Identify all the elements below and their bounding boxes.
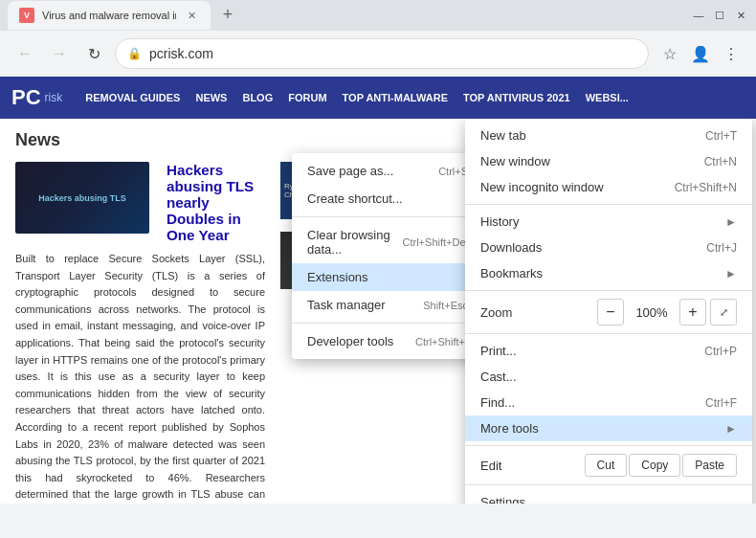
tls-thumb-image: Hackers abusing TLS xyxy=(15,162,149,234)
menu-cast[interactable]: Cast... xyxy=(465,364,752,390)
menu-more-tools[interactable]: More tools ► xyxy=(465,415,752,441)
nav-website[interactable]: WEBSI... xyxy=(586,92,629,103)
edit-row: Edit Cut Copy Paste xyxy=(465,450,752,481)
ctx-clear-shortcut: Ctrl+Shift+Del xyxy=(403,236,468,248)
zoom-fullscreen-button[interactable]: ⤢ xyxy=(710,299,737,325)
nav-forum[interactable]: FORUM xyxy=(288,92,326,103)
ctx-clear-browsing[interactable]: Clear browsing data... Ctrl+Shift+Del xyxy=(292,221,483,263)
ctx-task-manager[interactable]: Task manager Shift+Esc xyxy=(292,291,483,319)
menu-new-window-label: New window xyxy=(480,154,689,168)
ctx-separator-1 xyxy=(292,216,483,217)
maximize-button[interactable]: ☐ xyxy=(712,8,727,23)
chrome-dropdown-menu: New tab Ctrl+T New window Ctrl+N New inc… xyxy=(465,119,752,504)
logo-pc-text: PC xyxy=(11,85,41,110)
menu-bookmarks[interactable]: Bookmarks ► xyxy=(465,260,752,286)
menu-find-label: Find... xyxy=(480,395,690,410)
menu-new-incognito-shortcut: Ctrl+Shift+N xyxy=(675,181,737,194)
menu-bookmarks-label: Bookmarks xyxy=(480,266,718,280)
url-bar[interactable]: 🔒 pcrisk.com xyxy=(115,38,649,69)
menu-history-arrow: ► xyxy=(725,215,737,229)
ctx-developer-tools-label: Developer tools xyxy=(307,334,393,348)
menu-sep-4 xyxy=(465,445,752,446)
article-1-thumb: Hackers abusing TLS xyxy=(15,162,149,234)
active-tab[interactable]: V Virus and malware removal instr... ✕ xyxy=(8,1,211,30)
menu-settings[interactable]: Settings xyxy=(465,489,752,504)
menu-new-tab-label: New tab xyxy=(480,128,690,143)
zoom-label: Zoom xyxy=(480,305,593,320)
menu-history[interactable]: History ► xyxy=(465,209,752,235)
url-text: pcrisk.com xyxy=(149,46,213,61)
article-1-headline[interactable]: Hackers abusing TLS nearly Doubles in On… xyxy=(167,162,265,243)
paste-button[interactable]: Paste xyxy=(682,454,737,477)
ctx-developer-tools[interactable]: Developer tools Ctrl+Shift+I xyxy=(292,327,483,355)
menu-sep-2 xyxy=(465,290,752,291)
address-bar: ← → ↻ 🔒 pcrisk.com ☆ 👤 ⋮ xyxy=(0,31,756,77)
menu-find-shortcut: Ctrl+F xyxy=(705,396,737,410)
forward-button[interactable]: → xyxy=(46,40,73,67)
menu-new-window[interactable]: New window Ctrl+N xyxy=(465,148,752,174)
menu-downloads-shortcut: Ctrl+J xyxy=(706,241,737,255)
minimize-button[interactable]: — xyxy=(691,8,706,23)
site-navigation: PC risk REMOVAL GUIDES NEWS BLOG FORUM T… xyxy=(0,77,756,119)
menu-more-tools-label: More tools xyxy=(480,421,718,436)
zoom-value: 100% xyxy=(628,305,676,320)
ctx-task-manager-shortcut: Shift+Esc xyxy=(423,300,468,311)
page-context-menu: Save page as... Ctrl+S Create shortcut..… xyxy=(292,153,483,359)
menu-button[interactable]: ⋮ xyxy=(718,40,745,67)
article-1-text: Hackers abusing TLS nearly Doubles in On… xyxy=(167,162,265,243)
menu-downloads[interactable]: Downloads Ctrl+J xyxy=(465,235,752,260)
ctx-create-shortcut[interactable]: Create shortcut... xyxy=(292,185,483,213)
new-tab-button[interactable]: + xyxy=(214,1,241,28)
tab-favicon: V xyxy=(19,8,34,23)
edit-label: Edit xyxy=(480,459,583,473)
article-1-header: Hackers abusing TLS Hackers abusing TLS … xyxy=(15,162,265,243)
ctx-separator-2 xyxy=(292,323,483,324)
copy-button[interactable]: Copy xyxy=(629,454,680,477)
menu-find[interactable]: Find... Ctrl+F xyxy=(465,390,752,415)
close-button[interactable]: ✕ xyxy=(733,8,748,23)
nav-top-anti-malware[interactable]: TOP ANTI-MALWARE xyxy=(343,92,448,103)
tab-close-button[interactable]: ✕ xyxy=(184,8,199,23)
tab-bar: V Virus and malware removal instr... ✕ + xyxy=(8,1,683,30)
zoom-in-button[interactable]: + xyxy=(679,299,706,325)
zoom-out-button[interactable]: − xyxy=(597,299,624,325)
ctx-extensions-label: Extensions xyxy=(307,270,368,284)
menu-new-tab-shortcut: Ctrl+T xyxy=(705,129,737,143)
menu-new-incognito[interactable]: New incognito window Ctrl+Shift+N xyxy=(465,174,752,200)
back-button[interactable]: ← xyxy=(11,40,38,67)
menu-sep-5 xyxy=(465,484,752,485)
menu-print[interactable]: Print... Ctrl+P xyxy=(465,338,752,364)
window-controls: — ☐ ✕ xyxy=(691,8,748,23)
article-1: Hackers abusing TLS Hackers abusing TLS … xyxy=(15,162,265,504)
menu-sep-3 xyxy=(465,333,752,334)
refresh-button[interactable]: ↻ xyxy=(80,40,107,67)
nav-news[interactable]: NEWS xyxy=(195,92,227,103)
menu-new-window-shortcut: Ctrl+N xyxy=(704,155,737,168)
bookmark-button[interactable]: ☆ xyxy=(656,40,683,67)
address-actions: ☆ 👤 ⋮ xyxy=(656,40,745,67)
ctx-save-page[interactable]: Save page as... Ctrl+S xyxy=(292,157,483,185)
ctx-clear-browsing-label: Clear browsing data... xyxy=(307,228,403,257)
tab-title: Virus and malware removal instr... xyxy=(42,10,176,21)
logo-risk-text: risk xyxy=(45,91,63,104)
nav-blog[interactable]: BLOG xyxy=(242,92,273,103)
article-1-body: Built to replace Secure Sockets Layer (S… xyxy=(15,251,265,504)
ctx-extensions[interactable]: Extensions xyxy=(292,263,483,291)
page-content: News Hackers abusing TLS Hackers abusing… xyxy=(0,119,756,504)
menu-new-tab[interactable]: New tab Ctrl+T xyxy=(465,123,752,148)
ctx-developer-shortcut: Ctrl+Shift+I xyxy=(415,336,468,347)
nav-removal-guides[interactable]: REMOVAL GUIDES xyxy=(85,92,180,103)
site-logo[interactable]: PC risk xyxy=(11,85,62,110)
menu-history-label: History xyxy=(480,214,718,229)
cut-button[interactable]: Cut xyxy=(585,454,628,477)
menu-new-incognito-label: New incognito window xyxy=(480,180,659,194)
profile-button[interactable]: 👤 xyxy=(687,40,714,67)
ctx-save-page-label: Save page as... xyxy=(307,164,393,178)
news-section-title: News xyxy=(15,130,530,150)
menu-downloads-label: Downloads xyxy=(480,240,691,255)
nav-top-antivirus[interactable]: TOP ANTIVIRUS 2021 xyxy=(463,92,570,103)
menu-bookmarks-arrow: ► xyxy=(725,267,737,280)
zoom-control: Zoom − 100% + ⤢ xyxy=(465,295,752,329)
lock-icon: 🔒 xyxy=(127,47,142,60)
menu-cast-label: Cast... xyxy=(480,370,737,384)
